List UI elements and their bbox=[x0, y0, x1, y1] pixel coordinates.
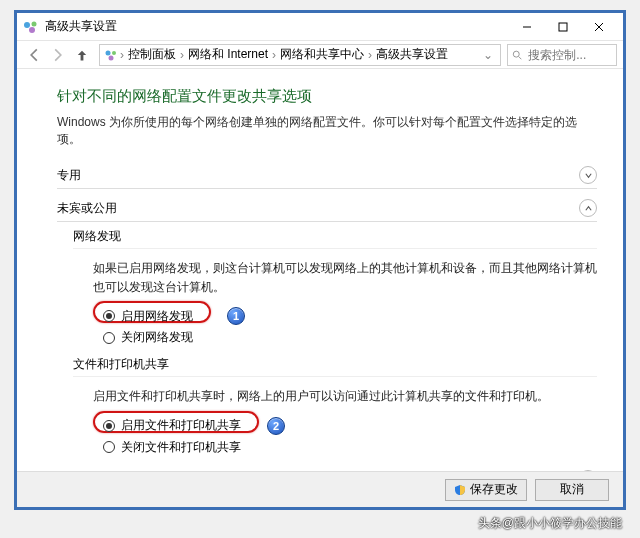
radio-dot bbox=[103, 332, 115, 344]
radio-label: 启用网络发现 bbox=[121, 308, 193, 325]
svg-point-1 bbox=[32, 21, 37, 26]
button-bar: 保存更改 取消 bbox=[17, 471, 623, 507]
save-button[interactable]: 保存更改 bbox=[445, 479, 527, 501]
section-title: 文件和打印机共享 bbox=[73, 356, 597, 373]
watermark: 头条@跟小小筱学办公技能 bbox=[478, 515, 622, 532]
network-icon bbox=[23, 19, 39, 35]
radio-label: 关闭网络发现 bbox=[121, 329, 193, 346]
chevron-down-icon[interactable] bbox=[579, 166, 597, 184]
svg-point-7 bbox=[106, 50, 111, 55]
network-icon bbox=[104, 48, 118, 62]
radio-label: 启用文件和打印机共享 bbox=[121, 417, 241, 434]
annotation-badge-2: 2 bbox=[267, 417, 285, 435]
section-title: 网络发现 bbox=[73, 228, 597, 245]
svg-point-9 bbox=[109, 55, 114, 60]
chevron-up-icon[interactable] bbox=[579, 199, 597, 217]
annotation-badge-1: 1 bbox=[227, 307, 245, 325]
titlebar: 高级共享设置 bbox=[17, 13, 623, 41]
breadcrumb-item[interactable]: 网络和 Internet bbox=[184, 46, 272, 63]
page-subheading: Windows 为你所使用的每个网络创建单独的网络配置文件。你可以针对每个配置文… bbox=[57, 114, 597, 148]
svg-point-8 bbox=[112, 51, 116, 55]
profile-private[interactable]: 专用 bbox=[57, 162, 597, 189]
back-button[interactable] bbox=[23, 44, 45, 66]
svg-line-11 bbox=[519, 56, 522, 59]
svg-point-2 bbox=[29, 27, 35, 33]
radio-disable-sharing[interactable]: 关闭文件和打印机共享 bbox=[103, 437, 597, 458]
button-label: 取消 bbox=[560, 481, 584, 498]
chevron-down-icon[interactable]: ⌄ bbox=[480, 48, 496, 62]
breadcrumb-item[interactable]: 高级共享设置 bbox=[372, 46, 452, 63]
breadcrumb-item[interactable]: 控制面板 bbox=[124, 46, 180, 63]
svg-rect-4 bbox=[559, 23, 567, 31]
window-title: 高级共享设置 bbox=[45, 18, 509, 35]
section-desc: 如果已启用网络发现，则这台计算机可以发现网络上的其他计算机和设备，而且其他网络计… bbox=[93, 259, 597, 297]
up-button[interactable] bbox=[71, 44, 93, 66]
profile-label: 未宾或公用 bbox=[57, 200, 579, 217]
maximize-button[interactable] bbox=[545, 15, 581, 39]
section-network-discovery: 网络发现 如果已启用网络发现，则这台计算机可以发现网络上的其他计算机和设备，而且… bbox=[73, 228, 597, 348]
profile-guest[interactable]: 未宾或公用 bbox=[57, 195, 597, 222]
radio-label: 关闭文件和打印机共享 bbox=[121, 439, 241, 456]
radio-dot bbox=[103, 441, 115, 453]
svg-point-10 bbox=[513, 51, 519, 57]
radio-disable-discovery[interactable]: 关闭网络发现 bbox=[103, 327, 597, 348]
radio-dot bbox=[103, 310, 115, 322]
shield-icon bbox=[454, 484, 466, 496]
button-label: 保存更改 bbox=[470, 481, 518, 498]
forward-button[interactable] bbox=[47, 44, 69, 66]
cancel-button[interactable]: 取消 bbox=[535, 479, 609, 501]
profile-label: 专用 bbox=[57, 167, 579, 184]
page-heading: 针对不同的网络配置文件更改共享选项 bbox=[57, 87, 597, 106]
minimize-button[interactable] bbox=[509, 15, 545, 39]
svg-point-0 bbox=[24, 22, 30, 28]
radio-dot bbox=[103, 420, 115, 432]
radio-enable-discovery[interactable]: 启用网络发现 1 bbox=[103, 305, 597, 327]
search-field[interactable] bbox=[526, 47, 612, 63]
radio-enable-sharing[interactable]: 启用文件和打印机共享 2 bbox=[103, 415, 597, 437]
breadcrumb[interactable]: › 控制面板› 网络和 Internet› 网络和共享中心› 高级共享设置 ⌄ bbox=[99, 44, 501, 66]
close-button[interactable] bbox=[581, 15, 617, 39]
content-area: 针对不同的网络配置文件更改共享选项 Windows 为你所使用的每个网络创建单独… bbox=[17, 69, 623, 471]
section-file-printer-sharing: 文件和打印机共享 启用文件和打印机共享时，网络上的用户可以访问通过此计算机共享的… bbox=[73, 356, 597, 457]
search-input[interactable] bbox=[507, 44, 617, 66]
breadcrumb-item[interactable]: 网络和共享中心 bbox=[276, 46, 368, 63]
section-desc: 启用文件和打印机共享时，网络上的用户可以访问通过此计算机共享的文件和打印机。 bbox=[93, 387, 597, 406]
search-icon bbox=[512, 49, 522, 61]
toolbar: › 控制面板› 网络和 Internet› 网络和共享中心› 高级共享设置 ⌄ bbox=[17, 41, 623, 69]
